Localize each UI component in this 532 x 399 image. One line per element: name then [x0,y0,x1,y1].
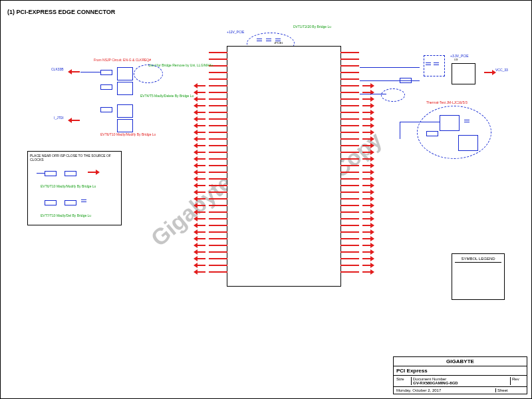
bus-port [196,190,207,195]
pin [340,65,359,66]
capacitor [83,198,84,204]
bus-port [196,236,207,241]
bus-port [360,110,372,115]
resistor [100,84,112,90]
pin [209,211,227,213]
bus-port [196,130,207,135]
pin [209,178,227,180]
note-green: EVT6/T10 Madly/Modify By Bridge Lu [41,184,96,188]
bus-port [196,229,207,235]
pin [340,225,359,226]
bus-port [360,236,372,241]
resistor [100,107,112,112]
bus-port [196,176,207,182]
pin [209,132,227,133]
netlabel: +3.3V_PCIE [450,54,469,58]
pin [340,245,359,246]
bus-port [360,196,372,201]
pin [209,92,227,93]
bus-port [360,96,372,102]
ic-ref: JPCIE1 [274,41,283,45]
pin [340,165,359,166]
pin [340,98,359,100]
bus-port [196,223,207,228]
bus-port [196,150,207,155]
bus-port [196,209,207,215]
bus-port [196,183,207,188]
bus-port [360,223,372,228]
bus-port [196,196,207,201]
bus-port [196,256,207,261]
pin [209,238,227,239]
pin [209,185,227,186]
note-green: EVT7/T10 Madly/Del By Bridge Lu [41,213,91,217]
tb-title: PCI Express [394,366,527,375]
pin [209,138,227,140]
page-title: (1) PCI-EXPRESS EDGE CONNECTOR [7,9,115,15]
pin [340,258,359,259]
pin [209,72,227,73]
pin [209,105,227,106]
capacitor [259,37,260,43]
small-ic [117,82,133,95]
bus-port [196,96,207,102]
ic-ref: U3 [454,58,458,61]
bus-port [360,130,372,135]
capacitor [268,37,269,43]
bus-port [360,156,372,162]
bus-port [360,150,372,155]
note-red: Thermal-Test JM-LJC16/5/3 [426,100,467,104]
pin [209,145,227,146]
bus-port [360,116,372,122]
bus-port [360,269,372,275]
small-ic [117,67,133,80]
pin [340,185,359,186]
netlabel: I_JTDI [54,116,64,120]
bus-port [360,163,372,168]
bus-port [360,123,372,128]
wire [37,173,45,174]
bus-port [86,170,98,175]
pin [340,238,359,239]
netlabel: +12V_PCIE [227,30,244,34]
bga-ic [440,115,460,131]
pin [209,258,227,259]
pin [209,158,227,160]
small-ic [117,104,133,118]
pin [209,251,227,253]
pin [340,178,359,180]
pin [340,211,359,213]
pin [340,158,359,160]
pin [209,98,227,100]
pin [340,218,359,219]
pin [209,85,227,86]
bus-port [360,176,372,182]
pin [209,265,227,266]
decoupling-group [424,55,445,76]
tb-sheet: Sheet [497,388,508,392]
group-ellipse [381,88,405,102]
bus-port [360,183,372,188]
pin [340,138,359,140]
pin [340,265,359,266]
capacitor [466,118,467,124]
pin [340,271,359,273]
bus-port [70,69,82,74]
bus-port [196,136,207,142]
bus-port [360,256,372,261]
bus-port [360,229,372,235]
bus-port [196,216,207,221]
bus-port [360,170,372,175]
pin [340,152,359,153]
bus-port [196,203,207,208]
netlabel: VCC_33 [495,68,508,72]
pin [340,198,359,200]
wire [80,72,100,72]
refbox-caption: PLACE NEAR OFR ISP CLOSE TO THE SOURCE O… [28,152,121,164]
pin [209,172,227,173]
title-block: GIGABYTE PCI Express Size Document Numbe… [393,356,527,394]
pin [340,59,359,60]
pcie-connector: JPCIE1 [227,46,341,287]
pin [209,231,227,233]
tb-docnum: GV-RX580GAMING-8GD [413,381,458,385]
